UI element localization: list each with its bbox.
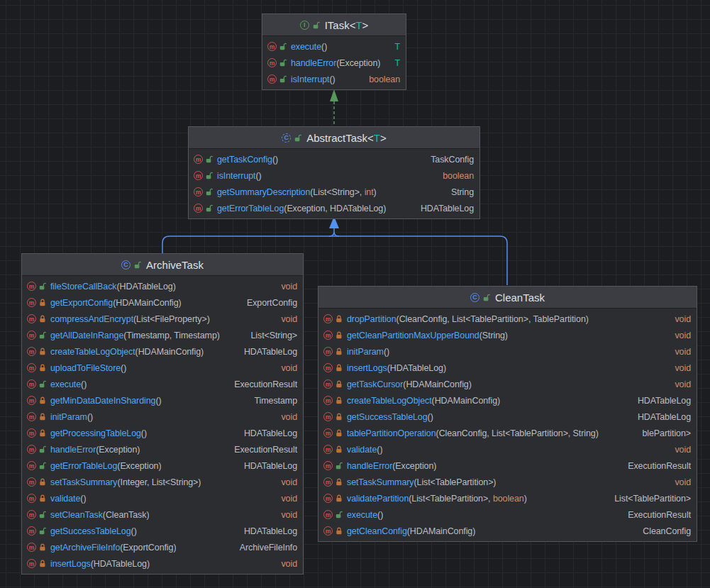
param-text: HDATableLog [390,363,443,373]
member-row-initParam[interactable]: minitParam()void [318,343,697,360]
class-header-itask[interactable]: IITask<T> [262,14,406,36]
visibility-public-icon [206,155,213,163]
method-signature: initParam() [50,412,93,422]
method-icon: m [194,171,203,180]
member-row-getTaskCursor[interactable]: mgetTaskCursor(HDAMainConfig)void [318,376,697,392]
class-node-archivetask[interactable]: CArchiveTaskmfileStoreCallBack(HDATableL… [21,253,304,575]
return-type: HDATableLog [631,396,691,406]
class-members-itask: mexecute()TmhandleError(Exception)TmisIn… [262,36,406,89]
class-members-cleantask: mdropPartition(CleanConfig, List<TablePa… [318,309,697,541]
method-name: setTaskSummary [50,477,117,487]
return-type: void [274,363,297,373]
member-row-getSuccessTableLog[interactable]: mgetSuccessTableLog()HDATableLog [22,523,303,539]
paren-close: ) [146,510,149,520]
member-row-validatePartition[interactable]: mvalidatePartition(List<TablePartition>,… [318,490,697,506]
member-row-execute[interactable]: mexecute()ExecutionResult [22,376,303,392]
member-row-compressAndEncrypt[interactable]: mcompressAndEncrypt(List<FileProperty>)v… [22,311,303,327]
member-row-tablePartitionOperation[interactable]: mtablePartitionOperation(CleanConfig, Li… [318,425,697,441]
method-signature: initParam() [347,347,389,357]
class-node-itask[interactable]: IITask<T>mexecute()TmhandleError(Excepti… [262,13,406,90]
method-icon: m [27,428,36,438]
paren-close: ) [123,363,126,373]
member-row-handleError[interactable]: mhandleError(Exception)T [262,55,406,71]
member-row-getSuccessTableLog[interactable]: mgetSuccessTableLog()HDATableLog [318,409,697,425]
method-name: setCleanTask [50,510,103,520]
member-row-dropPartition[interactable]: mdropPartition(CleanConfig, List<TablePa… [318,311,697,327]
method-signature: tablePartitionOperation(CleanConfig, Lis… [347,428,599,438]
return-type: void [667,347,691,357]
member-row-isInterrupt[interactable]: misInterrupt()boolean [262,71,406,87]
class-node-abstracttask[interactable]: CAbstractTask<T>mgetTaskConfig()TaskConf… [188,126,480,219]
paren-close: ) [374,187,377,197]
member-row-createTableLogObject[interactable]: mcreateTableLogObject(HDAMainConfig)HDAT… [22,343,303,360]
return-type: void [667,314,691,324]
member-row-insertLogs[interactable]: minsertLogs(HDATableLog)void [318,360,697,376]
member-row-uploadToFileStore[interactable]: muploadToFileStore()void [22,360,303,376]
method-icon: m [27,331,36,340]
class-header-archivetask[interactable]: CArchiveTask [22,254,303,276]
class-header-cleantask[interactable]: CCleanTask [318,287,697,309]
class-node-cleantask[interactable]: CCleanTaskmdropPartition(CleanConfig, Li… [318,286,697,542]
member-row-getMinDataDateInSharding[interactable]: mgetMinDataDateInSharding()Timestamp [22,392,303,409]
method-name: getTaskConfig [217,155,272,165]
paren-close: ) [493,477,496,487]
method-signature: setTaskSummary(List<TablePartition>) [347,477,496,487]
member-row-getArchiveFileInfo[interactable]: mgetArchiveFileInfo(ExportConfig)Archive… [22,539,303,555]
generic-close: > [362,19,369,31]
member-row-execute[interactable]: mexecute()T [262,38,406,55]
member-row-execute[interactable]: mexecute()ExecutionResult [318,506,697,523]
param-text: Exception, HDATableLog [287,204,383,213]
member-row-setCleanTask[interactable]: msetCleanTask(CleanTask)void [22,506,303,523]
method-name: initParam [50,412,87,422]
member-row-getCleanPartitionMaxUpperBound[interactable]: mgetCleanPartitionMaxUpperBound(String)v… [318,327,697,343]
class-title: ITask<T> [325,19,369,31]
member-row-handleError[interactable]: mhandleError(Exception)ExecutionResult [22,441,303,457]
method-icon: m [27,559,36,568]
member-row-setTaskSummary[interactable]: msetTaskSummary(Integer, List<String>)vo… [22,474,303,490]
member-row-validate[interactable]: mvalidate()void [22,490,303,506]
member-row-getCleanConfig[interactable]: mgetCleanConfig(HDAMainConfig)CleanConfi… [318,523,697,539]
method-signature: getSuccessTableLog() [347,412,433,422]
paren-close: ) [201,347,204,357]
member-row-createTableLogObject[interactable]: mcreateTableLogObject(HDAMainConfig)HDAT… [318,392,697,409]
member-row-insertLogs[interactable]: minsertLogs(HDATableLog)void [22,555,303,572]
paren-close: ) [497,396,500,406]
method-name: isInterrupt [291,74,329,84]
member-row-getErrorTableLog[interactable]: mgetErrorTableLog(Exception)HDATableLog [22,457,303,474]
paren-close: ) [83,494,86,504]
method-signature: isInterrupt() [291,74,335,84]
member-row-getProcessingTableLog[interactable]: mgetProcessingTableLog()HDATableLog [22,425,303,441]
type-param: T [355,19,362,31]
member-row-handleError[interactable]: mhandleError(Exception)ExecutionResult [318,457,697,474]
method-name: getTaskCursor [347,379,403,389]
method-signature: getCleanPartitionMaxUpperBound(String) [347,331,508,340]
param-text: Exception [339,58,377,68]
member-row-getErrorTableLog[interactable]: mgetErrorTableLog(Exception, HDATableLog… [189,200,479,216]
param-text: HDATableLog [94,559,147,569]
member-row-isInterrupt[interactable]: misInterrupt()boolean [189,167,479,184]
member-row-setTaskSummary[interactable]: msetTaskSummary(List<TablePartition>)voi… [318,474,697,490]
method-icon: m [323,331,333,340]
paren-close: ) [524,494,527,504]
member-row-getAllDateInRange[interactable]: mgetAllDateInRange(Timestamp, Timestamp)… [22,327,303,343]
diagram-canvas[interactable]: IITask<T>mexecute()TmhandleError(Excepti… [0,0,710,588]
method-icon: m [194,155,203,164]
class-header-abstracttask[interactable]: CAbstractTask<T> [189,127,479,149]
member-row-fileStoreCallBack[interactable]: mfileStoreCallBack(HDATableLog)void [22,278,303,294]
class-name: ITask [325,19,350,31]
visibility-private-icon [335,380,343,388]
member-row-validate[interactable]: mvalidate()void [318,441,697,457]
param-text: Timestamp, Timestamp [126,331,216,340]
member-row-getSummaryDescription[interactable]: mgetSummaryDescription(List<String>, int… [189,184,479,200]
method-signature: fileStoreCallBack(HDATableLog) [50,282,176,292]
method-name: tablePartitionOperation [347,428,436,438]
return-type: List<String> [243,331,297,340]
method-icon: m [323,510,333,519]
member-row-initParam[interactable]: minitParam()void [22,409,303,425]
method-icon: m [267,74,277,84]
member-row-getExportConfig[interactable]: mgetExportConfig(HDAMainConfig)ExportCon… [22,294,303,311]
class-icon: C [121,260,131,270]
member-row-getTaskConfig[interactable]: mgetTaskConfig()TaskConfig [189,151,479,167]
realization-edge-abstracttask-itask[interactable] [330,89,338,126]
return-type: T [387,58,400,68]
